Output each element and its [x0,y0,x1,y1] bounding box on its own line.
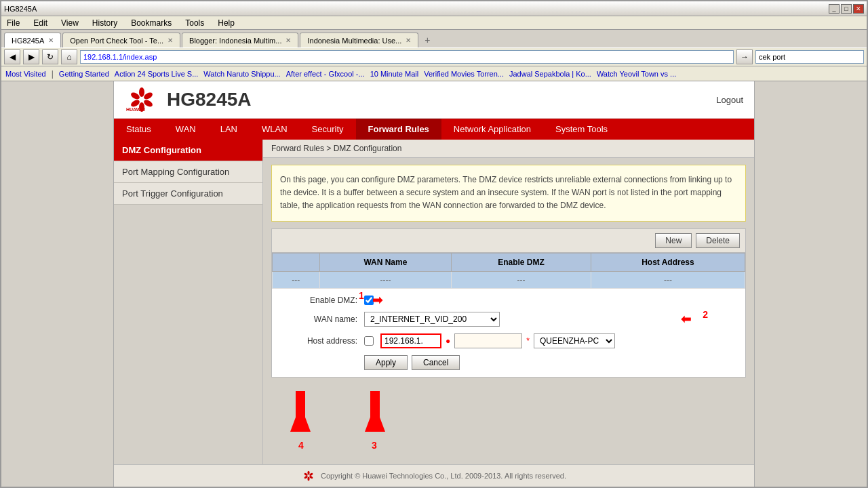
menu-help[interactable]: Help [215,17,237,29]
annotation-3-label: 3 [372,440,377,451]
forward-btn[interactable]: ▶ [23,49,39,64]
bookmark-5[interactable]: 10 Minute Mail [370,70,419,78]
nav-forward-rules[interactable]: Forward Rules [356,119,441,140]
arrows-area: 4 3 [263,378,754,459]
address-text: 192.168.1.1/index.asp [83,53,730,61]
wan-name-select[interactable]: 2_INTERNET_R_VID_200 [364,312,500,327]
search-text: cek port [759,53,785,61]
form-section: Enable DMZ: ➡ 1 [272,289,745,377]
apply-btn[interactable]: Apply [364,355,408,370]
new-btn[interactable]: New [655,233,692,248]
maximize-btn[interactable]: □ [841,4,852,14]
tab-3-label: Indonesia Multimedia: Use... [307,37,401,45]
page-content: HUAWEI HG8245A Logout Status WAN LAN WLA… [1,81,867,487]
tab-2[interactable]: Blogger: Indonesia Multim... ✕ [182,33,298,47]
logout-btn[interactable]: Logout [716,95,743,105]
host-address-checkbox[interactable] [364,336,374,346]
nav-system-tools[interactable]: System Tools [543,119,620,140]
nav-security[interactable]: Security [300,119,356,140]
menu-view[interactable]: View [58,17,81,29]
nav-status[interactable]: Status [114,119,163,140]
sidebar-item-port-trigger[interactable]: Port Trigger Configuration [114,183,262,205]
nav-wan[interactable]: WAN [163,119,208,140]
wan-name-label: WAN name: [283,314,364,324]
nav-menu: Status WAN LAN WLAN Security Forward Rul… [114,119,754,140]
svg-point-0 [139,87,144,97]
delete-btn[interactable]: Delete [696,233,740,248]
main-layout: DMZ Configuration Port Mapping Configura… [114,140,754,464]
menu-file[interactable]: File [4,17,22,29]
col-header-dmz: Enable DMZ [452,253,591,271]
nav-bar: ◀ ▶ ↻ ⌂ 192.168.1.1/index.asp → cek port [1,47,867,66]
product-name: HG8245A [167,89,252,110]
bookmark-3[interactable]: Watch Naruto Shippu... [203,70,280,78]
host-address-input[interactable] [380,333,441,348]
tab-1-close[interactable]: ✕ [167,37,173,44]
host-address-extra[interactable] [454,333,522,348]
bookmark-4[interactable]: After effect - Gfxcool -... [286,70,365,78]
svg-point-7 [307,471,309,475]
annotation-label-1: 1 [359,290,364,301]
footer-text: Copyright © Huawei Technologies Co., Ltd… [321,472,566,480]
bookmark-0[interactable]: Most Visited [5,70,46,78]
tab-0[interactable]: HG8245A ✕ [4,33,61,47]
site-footer: Copyright © Huawei Technologies Co., Ltd… [114,464,754,487]
address-bar[interactable]: 192.168.1.1/index.asp [80,50,734,64]
search-bar[interactable]: cek port [755,50,864,64]
breadcrumb: Forward Rules > DMZ Configuration [263,140,754,158]
table-row[interactable]: --- ---- --- --- [273,271,745,288]
menu-tools[interactable]: Tools [182,17,207,29]
nav-wlan[interactable]: WLAN [250,119,300,140]
form-row-enable-dmz: Enable DMZ: ➡ 1 [283,296,734,305]
nav-lan[interactable]: LAN [208,119,250,140]
menu-edit[interactable]: Edit [31,17,50,29]
title-bar: HG8245A _ □ ✕ [1,1,867,16]
title-text: HG8245A [4,5,37,13]
new-tab-btn[interactable]: + [420,33,435,47]
menu-bar: File Edit View History Bookmarks Tools H… [1,16,867,30]
row-col4: --- [591,271,745,288]
tab-1[interactable]: Open Port Check Tool - Te... ✕ [62,33,180,47]
table-area: New Delete WAN Name Enable DMZ Host A [271,228,746,378]
host-address-label: Host address: [283,336,364,346]
wan-name-control: 2_INTERNET_R_VID_200 ⬅ 2 [364,312,500,327]
menu-history[interactable]: History [90,17,120,29]
back-btn[interactable]: ◀ [4,49,20,64]
search-go-btn[interactable]: → [736,49,753,64]
bookmarks-bar: Most Visited | Getting Started Action 24… [1,66,867,81]
row-col2: ---- [319,271,452,288]
host-asterisk: * [526,336,530,346]
home-btn[interactable]: ⌂ [61,49,77,64]
bookmark-6[interactable]: Verified Movies Torren... [424,70,504,78]
tab-3[interactable]: Indonesia Multimedia: Use... ✕ [300,33,418,47]
title-buttons: _ □ ✕ [829,4,864,14]
host-dropdown[interactable]: QUEENZHA-PC [534,333,615,348]
svg-text:HUAWEI: HUAWEI [126,107,145,112]
host-address-control: ● * QUEENZHA-PC [364,333,615,348]
minimize-btn[interactable]: _ [829,4,840,14]
content-area: Forward Rules > DMZ Configuration On thi… [263,140,754,464]
form-row-host-address: Host address: ● * QUEENZHA-PC [283,333,734,348]
bookmark-2[interactable]: Action 24 Sports Live S... [115,70,199,78]
arrow-3-stem [370,391,380,432]
bookmark-1[interactable]: Getting Started [59,70,109,78]
huawei-logo-icon: HUAWEI [125,87,159,113]
bookmark-8[interactable]: Watch Yeovil Town vs ... [597,70,676,78]
sidebar-item-port-mapping[interactable]: Port Mapping Configuration [114,161,262,183]
cancel-btn[interactable]: Cancel [412,355,460,370]
annotation-1: ➡ [372,293,382,308]
tab-0-close[interactable]: ✕ [48,37,54,44]
nav-network-application[interactable]: Network Application [441,119,543,140]
col-header-select [273,253,320,271]
sidebar-item-dmz[interactable]: DMZ Configuration [114,140,262,161]
arrow-4-stem [296,391,305,432]
close-btn[interactable]: ✕ [853,4,864,14]
tab-2-close[interactable]: ✕ [285,37,291,44]
menu-bookmarks[interactable]: Bookmarks [128,17,174,29]
reload-btn[interactable]: ↻ [42,49,58,64]
tab-3-close[interactable]: ✕ [406,37,411,44]
tab-0-label: HG8245A [12,37,44,45]
svg-point-10 [307,477,309,481]
tab-1-label: Open Port Check Tool - Te... [70,37,163,45]
bookmark-7[interactable]: Jadwal Sepakbola | Ko... [509,70,591,78]
